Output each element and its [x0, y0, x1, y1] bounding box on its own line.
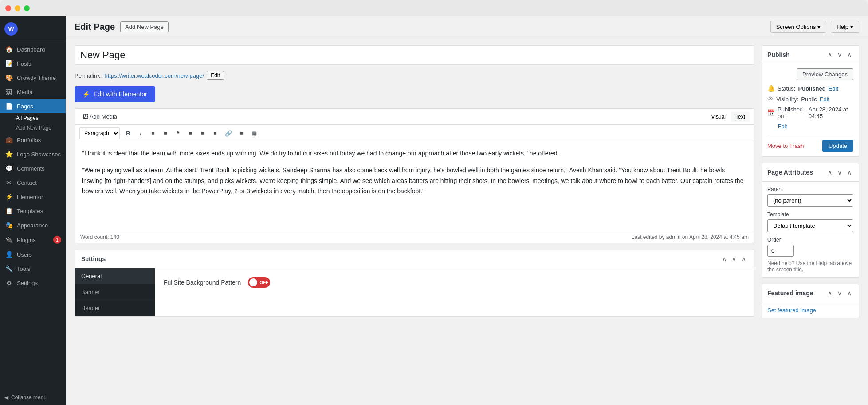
status-edit-link[interactable]: Edit	[829, 85, 838, 92]
permalink-url[interactable]: https://writer.wealcoder.com/new-page/	[104, 72, 204, 79]
sidebar-item-label: Contact	[17, 179, 37, 186]
sidebar-item-portfolios[interactable]: 💼 Portfolios	[0, 133, 66, 147]
parent-select[interactable]: (no parent)	[767, 194, 853, 207]
sidebar-item-media[interactable]: 🖼 Media	[0, 85, 66, 99]
more-button[interactable]: ≡	[236, 128, 247, 139]
sidebar-item-users[interactable]: 👤 Users	[0, 247, 66, 262]
sidebar-item-crowdy-theme[interactable]: 🎨 Crowdy Theme	[0, 71, 66, 85]
text-tab[interactable]: Text	[731, 112, 750, 122]
sidebar-item-label: Comments	[17, 165, 45, 172]
settings-collapse-down-button[interactable]: ∨	[730, 254, 738, 263]
maximize-dot[interactable]	[24, 5, 30, 11]
status-label: Status:	[778, 85, 795, 92]
collapse-menu-button[interactable]: ◀ Collapse menu	[0, 390, 66, 405]
sidebar-item-dashboard[interactable]: 🏠 Dashboard	[0, 42, 66, 56]
sidebar-item-plugins[interactable]: 🔌 Plugins 1	[0, 232, 66, 247]
settings-nav-header[interactable]: Header	[75, 300, 155, 316]
settings-nav-banner[interactable]: Banner	[75, 284, 155, 300]
align-center-button[interactable]: ≡	[197, 128, 208, 139]
sidebar-item-pages[interactable]: 📄 Pages	[0, 99, 66, 113]
settings-nav-general[interactable]: General	[75, 268, 155, 284]
add-media-button[interactable]: 🖼 Add Media	[79, 111, 120, 122]
sidebar-sub-all-pages[interactable]: All Pages	[0, 113, 66, 123]
link-button[interactable]: 🔗	[222, 128, 235, 139]
portfolios-icon: 💼	[4, 136, 13, 143]
visual-tab[interactable]: Visual	[707, 112, 730, 122]
help-label: Help	[837, 24, 848, 30]
sidebar-item-posts[interactable]: 📝 Posts	[0, 56, 66, 71]
sidebar-item-label: Users	[17, 251, 32, 258]
sidebar-item-elementor[interactable]: ⚡ Elementor	[0, 190, 66, 204]
ordered-list-button[interactable]: ≡	[160, 128, 171, 139]
editor-box: 🖼 Add Media Visual Text Paragraph B I ≡	[75, 108, 754, 243]
add-new-page-button[interactable]: Add New Page	[120, 21, 169, 32]
unordered-list-button[interactable]: ≡	[147, 128, 159, 139]
minimize-dot[interactable]	[15, 5, 20, 11]
fullsite-bg-toggle[interactable]: OFF	[248, 277, 270, 288]
settings-collapse-up-button[interactable]: ∧	[720, 254, 728, 263]
screen-options-label: Screen Options	[776, 24, 816, 30]
order-input[interactable]	[767, 245, 794, 257]
publish-box-title: Publish	[767, 51, 790, 58]
collapse-menu-label: Collapse menu	[11, 394, 47, 401]
sidebar-item-tools[interactable]: 🔧 Tools	[0, 262, 66, 276]
edit-with-elementor-button[interactable]: ⚡ Edit with Elementor	[75, 86, 155, 102]
sidebar-item-templates[interactable]: 📋 Templates	[0, 204, 66, 218]
page-attr-up-button[interactable]: ∧	[826, 168, 834, 177]
move-to-trash-button[interactable]: Move to Trash	[767, 143, 804, 149]
align-left-button[interactable]: ≡	[185, 128, 196, 139]
preview-changes-button[interactable]: Preview Changes	[797, 68, 853, 80]
publish-collapse-down-button[interactable]: ∨	[836, 50, 844, 59]
sidebar-brand: W	[0, 16, 66, 42]
paragraph-select[interactable]: Paragraph	[79, 127, 120, 139]
page-title-input[interactable]	[75, 45, 754, 65]
chevron-down-icon: ▾	[817, 24, 821, 30]
permalink-bar: Permalink: https://writer.wealcoder.com/…	[75, 71, 754, 80]
featured-image-controls: ∧ ∨ ∧	[826, 289, 853, 298]
sidebar-item-logo-showcases[interactable]: ⭐ Logo Showcases	[0, 147, 66, 161]
featured-img-close-button[interactable]: ∧	[845, 289, 853, 298]
published-on-edit-link[interactable]: Edit	[778, 123, 787, 130]
screen-options-button[interactable]: Screen Options ▾	[770, 21, 827, 33]
align-right-button[interactable]: ≡	[209, 128, 221, 139]
order-label: Order	[767, 237, 853, 243]
page-attributes-controls: ∧ ∨ ∧	[826, 168, 853, 177]
content-area: Permalink: https://writer.wealcoder.com/…	[66, 38, 868, 405]
bold-button[interactable]: B	[122, 128, 134, 139]
page-attributes-header: Page Attributes ∧ ∨ ∧	[762, 163, 859, 182]
fullsite-bg-row: FullSite Background Pattern OFF	[164, 277, 745, 288]
visibility-edit-link[interactable]: Edit	[820, 96, 829, 103]
sidebar-item-comments[interactable]: 💬 Comments	[0, 161, 66, 175]
page-attr-down-button[interactable]: ∨	[836, 168, 844, 177]
sidebar-item-label: Logo Showcases	[17, 151, 61, 158]
settings-content: FullSite Background Pattern OFF	[155, 268, 754, 316]
template-select[interactable]: Default template	[767, 219, 853, 232]
publish-close-button[interactable]: ∧	[845, 50, 853, 59]
editor-footer: Word count: 140 Last edited by admin on …	[75, 231, 754, 243]
pages-icon: 📄	[4, 103, 13, 110]
sidebar-item-appearance[interactable]: 🎭 Appearance	[0, 218, 66, 232]
appearance-icon: 🎭	[4, 222, 13, 229]
set-featured-image-link[interactable]: Set featured image	[767, 307, 816, 314]
update-button[interactable]: Update	[822, 140, 853, 152]
page-attributes-title: Page Attributes	[767, 169, 813, 176]
sidebar-item-settings[interactable]: ⚙ Settings	[0, 276, 66, 290]
featured-img-down-button[interactable]: ∨	[836, 289, 844, 298]
sidebar-item-contact[interactable]: ✉ Contact	[0, 175, 66, 190]
page-attr-close-button[interactable]: ∧	[845, 168, 853, 177]
italic-button[interactable]: I	[135, 128, 146, 139]
featured-image-body: Set featured image	[762, 302, 859, 318]
plugins-icon: 🔌	[4, 236, 13, 243]
close-dot[interactable]	[5, 5, 11, 11]
featured-img-up-button[interactable]: ∧	[826, 289, 834, 298]
permalink-edit-button[interactable]: Edit	[207, 71, 224, 80]
sidebar-sub-add-new-page[interactable]: Add New Page	[0, 123, 66, 133]
users-icon: 👤	[4, 251, 13, 258]
publish-collapse-up-button[interactable]: ∧	[826, 50, 834, 59]
help-button[interactable]: Help ▾	[831, 21, 859, 33]
editor-content[interactable]: "I think it is clear that the team with …	[75, 142, 754, 231]
blockquote-button[interactable]: ❝	[172, 128, 184, 139]
table-button[interactable]: ▦	[248, 128, 260, 139]
visibility-label: Visibility:	[776, 96, 798, 103]
settings-close-button[interactable]: ∧	[740, 254, 748, 263]
